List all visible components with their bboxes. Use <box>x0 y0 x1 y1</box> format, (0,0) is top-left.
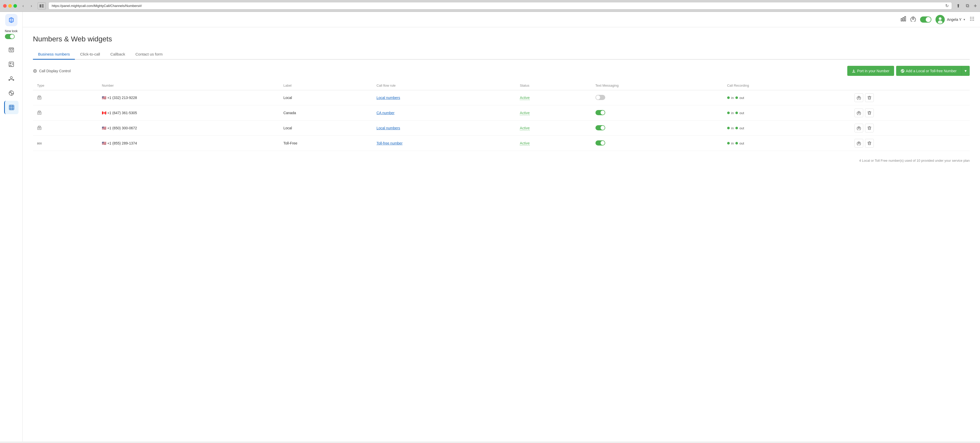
recording-out-dot <box>735 142 738 144</box>
cell-recording: in out <box>723 90 850 105</box>
svg-point-15 <box>10 76 12 79</box>
svg-rect-8 <box>9 48 14 52</box>
forward-button[interactable]: › <box>28 2 35 10</box>
port-in-button[interactable]: Port in your Number <box>847 66 894 76</box>
sidebar-item-integrations[interactable] <box>4 86 19 100</box>
settings-button[interactable] <box>854 139 863 148</box>
delete-button[interactable] <box>865 93 874 102</box>
settings-button[interactable] <box>854 124 863 132</box>
recording-out-label: out <box>740 141 744 145</box>
svg-rect-25 <box>903 17 904 21</box>
add-local-label: Add a Local or Toll-free Number <box>906 69 956 73</box>
cell-text-messaging <box>591 105 723 121</box>
app-container: New look <box>0 12 980 441</box>
cell-type: 800 <box>33 136 98 151</box>
app-logo <box>5 14 18 26</box>
sidebar-item-contacts[interactable] <box>4 57 19 71</box>
svg-point-27 <box>912 18 914 19</box>
flag: 🇺🇸 <box>102 126 106 130</box>
svg-rect-2 <box>42 5 44 6</box>
add-local-button[interactable]: Add a Local or Toll-free Number <box>896 66 961 76</box>
svg-point-37 <box>970 20 971 21</box>
add-number-dropdown[interactable]: ▾ <box>961 66 970 76</box>
tab-click-to-call[interactable]: Click-to-call <box>75 49 105 60</box>
settings-icon[interactable] <box>910 16 916 23</box>
phone-number: +1 (647) 361-5305 <box>107 111 137 115</box>
sidebar-item-calls[interactable] <box>4 43 19 57</box>
recording-in-dot <box>727 127 730 129</box>
cell-type <box>33 105 98 121</box>
browser-actions: ⬆ ⧉ <box>955 2 971 10</box>
text-messaging-toggle[interactable] <box>595 125 605 130</box>
svg-rect-58 <box>38 111 40 112</box>
tab-callback[interactable]: Callback <box>105 49 130 60</box>
svg-point-9 <box>10 49 12 51</box>
close-button[interactable] <box>3 4 7 8</box>
call-flow-link[interactable]: Local numbers <box>377 96 400 100</box>
delete-button[interactable] <box>865 108 874 117</box>
new-look-toggle[interactable] <box>5 34 15 39</box>
svg-point-34 <box>970 19 971 19</box>
address-bar[interactable]: https://panel.mightycall.com/MightyCall/… <box>48 2 952 10</box>
back-button[interactable]: ‹ <box>19 2 27 10</box>
svg-rect-46 <box>852 72 855 73</box>
status-badge: Active <box>520 96 530 100</box>
action-buttons: Port in your Number Add a Local or Toll-… <box>847 66 970 76</box>
recording-in-label: in <box>731 141 734 145</box>
svg-rect-26 <box>905 16 906 21</box>
cell-recording: in out <box>723 105 850 121</box>
delete-button[interactable] <box>865 124 874 132</box>
text-messaging-toggle[interactable] <box>595 140 605 146</box>
add-number-group: Add a Local or Toll-free Number ▾ <box>896 66 970 76</box>
text-messaging-toggle[interactable] <box>595 95 605 100</box>
cell-actions <box>850 121 970 136</box>
call-flow-link[interactable]: CA number <box>377 111 395 115</box>
col-status: Status <box>516 81 591 90</box>
phone-number: +1 (332) 213-9228 <box>107 96 137 100</box>
recording-out-label: out <box>740 126 744 130</box>
call-flow-link[interactable]: Toll-free number <box>377 141 402 145</box>
svg-rect-67 <box>38 126 40 127</box>
minimize-button[interactable] <box>8 4 12 8</box>
recording-out-dot <box>735 97 738 99</box>
status-badge: Active <box>520 111 530 115</box>
sidebar-item-support[interactable] <box>4 72 19 85</box>
tab-business-numbers[interactable]: Business numbers <box>33 49 75 60</box>
new-look-label: New look <box>5 29 18 33</box>
dialpad-icon[interactable] <box>969 16 975 23</box>
recording-out-dot <box>735 127 738 129</box>
col-type: Type <box>33 81 98 90</box>
sidebar-toggle-button[interactable] <box>38 2 46 10</box>
share-button[interactable]: ⬆ <box>955 2 962 10</box>
svg-rect-49 <box>38 96 40 97</box>
tab-contact-us-form[interactable]: Contact us form <box>130 49 168 60</box>
refresh-button[interactable]: ↻ <box>945 3 949 8</box>
recording-in-label: in <box>731 96 734 100</box>
chart-icon[interactable] <box>900 16 906 23</box>
call-flow-link[interactable]: Local numbers <box>377 126 400 130</box>
sidebar-item-numbers[interactable] <box>4 101 19 114</box>
online-toggle[interactable] <box>920 16 931 23</box>
text-messaging-toggle[interactable] <box>595 110 605 115</box>
cell-call-flow: Local numbers <box>372 121 516 136</box>
call-display-control[interactable]: Call Display Control <box>33 69 71 73</box>
settings-button[interactable] <box>854 108 863 117</box>
svg-point-32 <box>972 17 972 18</box>
svg-point-31 <box>970 17 971 18</box>
new-tab-button[interactable]: + <box>974 3 977 9</box>
cell-label: Local <box>279 90 372 105</box>
cell-text-messaging <box>591 121 723 136</box>
numbers-table: Type Number Label Call flow rule Status … <box>33 81 970 151</box>
traffic-lights <box>3 4 17 8</box>
url-text: https://panel.mightycall.com/MightyCall/… <box>52 4 142 8</box>
delete-button[interactable] <box>865 139 874 148</box>
copy-window-button[interactable]: ⧉ <box>964 2 971 10</box>
user-info[interactable]: Angela Y ▾ <box>935 15 965 24</box>
cell-number: 🇺🇸 +1 (332) 213-9228 <box>98 90 279 105</box>
svg-point-41 <box>35 70 35 71</box>
recording-in-dot <box>727 97 730 99</box>
cell-number: 🇺🇸 +1 (650) 300-0672 <box>98 121 279 136</box>
settings-button[interactable] <box>854 93 863 102</box>
svg-point-71 <box>858 127 859 129</box>
maximize-button[interactable] <box>13 4 17 8</box>
